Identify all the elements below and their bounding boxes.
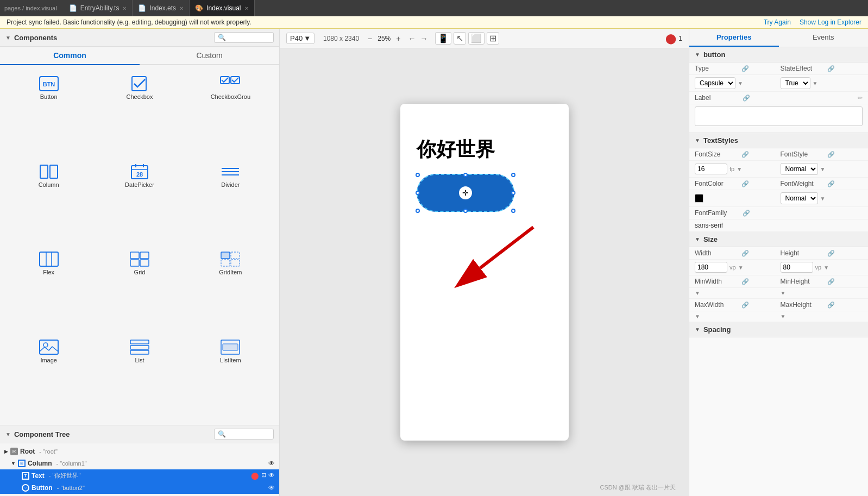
state-effect-select[interactable]: True — [781, 77, 810, 89]
fontstyle-link-icon[interactable]: 🔗 — [827, 151, 835, 158]
comp-listitem[interactable]: ListItem — [186, 334, 275, 420]
comp-flex[interactable]: Flex — [4, 246, 93, 332]
tree-item-button[interactable]: ○ Button - "button2" 👁 — [0, 482, 279, 494]
fontcolor-swatch[interactable] — [695, 194, 703, 203]
mobile-view-button[interactable]: 📱 — [435, 32, 451, 45]
fontweight-select[interactable]: Normal — [781, 192, 818, 204]
label-edit-area — [689, 104, 868, 133]
handle-r[interactable] — [511, 191, 515, 195]
fontstyle-select[interactable]: Normal — [781, 163, 818, 175]
canvas-area[interactable]: 你好世界 ✛ — [280, 48, 689, 496]
handle-br[interactable] — [511, 209, 515, 213]
tree-item-text[interactable]: T Text - "你好世界" ⬤ ⊡ 👁 — [0, 469, 279, 482]
height-input[interactable] — [781, 262, 813, 273]
minheight-link-icon[interactable]: 🔗 — [827, 278, 835, 285]
handle-bl[interactable] — [416, 209, 420, 213]
tab-properties[interactable]: Properties — [689, 29, 779, 47]
minwidth-link-icon[interactable]: 🔗 — [741, 278, 749, 285]
comp-image-label: Image — [40, 357, 57, 363]
components-collapse-icon[interactable]: ▼ — [5, 35, 11, 41]
minheight-chevron: ▼ — [781, 290, 786, 296]
fontsize-link-icon[interactable]: 🔗 — [741, 151, 749, 158]
device-selector[interactable]: P40 ▼ — [286, 33, 315, 44]
redo-button[interactable]: → — [419, 33, 429, 44]
tree-text-visibility-icon[interactable]: 👁 — [268, 472, 275, 480]
watermark: CSDN @跟 耿瑞 卷出一片天 — [600, 484, 676, 492]
fontfamily-link-icon[interactable]: 🔗 — [743, 210, 750, 217]
prop-fontsize-label-area: FontSize 🔗 — [695, 150, 777, 158]
comp-griditem[interactable]: GridItem — [186, 246, 275, 332]
comp-checkboxgroup[interactable]: CheckboxGrou — [186, 71, 275, 156]
tab-close-icon[interactable]: ✕ — [244, 5, 249, 11]
frame-button[interactable]: ⬜ — [468, 32, 485, 45]
button-section-collapse-icon[interactable]: ▼ — [695, 52, 700, 58]
width-link-icon[interactable]: 🔗 — [741, 250, 749, 257]
tab-index-visual[interactable]: 🎨 Index.visual ✕ — [190, 0, 254, 16]
label-link-icon[interactable]: 🔗 — [743, 95, 750, 102]
maxwidth-link-icon[interactable]: 🔗 — [741, 302, 749, 309]
tab-entry-ability[interactable]: 📄 EntryAbility.ts ✕ — [64, 0, 133, 16]
tree-collapse-icon[interactable]: ▼ — [5, 431, 11, 437]
tab-common[interactable]: Common — [0, 47, 140, 65]
width-input[interactable] — [695, 262, 727, 273]
comp-button[interactable]: BTN Button — [4, 71, 93, 156]
tree-button-visibility-icon[interactable]: 👁 — [268, 484, 275, 492]
cursor-button[interactable]: ↖ — [454, 32, 466, 45]
comp-column[interactable]: Column — [4, 159, 93, 244]
comp-flex-label: Flex — [43, 269, 54, 275]
textstyles-collapse-icon[interactable]: ▼ — [695, 137, 700, 143]
tree-search-input[interactable] — [214, 429, 274, 440]
type-select[interactable]: Capsule — [695, 77, 735, 89]
tree-column-visibility-icon[interactable]: 👁 — [268, 460, 275, 467]
tab-close-icon[interactable]: ✕ — [179, 5, 184, 11]
label-edit-icon[interactable]: ✏ — [858, 95, 863, 102]
comp-divider[interactable]: Divider — [186, 159, 275, 244]
comp-grid[interactable]: Grid — [95, 246, 184, 332]
spacing-title: Spacing — [703, 325, 731, 334]
comp-datepicker[interactable]: 28 DatePicker — [95, 159, 184, 244]
undo-button[interactable]: ← — [407, 33, 417, 44]
comp-image[interactable]: Image — [4, 334, 93, 420]
spacing-collapse-icon[interactable]: ▼ — [695, 327, 700, 332]
handle-t[interactable] — [463, 173, 468, 177]
handle-l[interactable] — [416, 191, 420, 195]
move-handle[interactable]: ✛ — [459, 186, 472, 199]
tree-body: ▶ R Root - "root" ▼ ⊞ Column - "column1"… — [0, 443, 279, 496]
handle-tl[interactable] — [416, 173, 420, 177]
try-again-link[interactable]: Try Again — [764, 18, 791, 26]
height-link-icon[interactable]: 🔗 — [827, 250, 835, 257]
maxheight-link-icon[interactable]: 🔗 — [827, 302, 835, 309]
tab-events[interactable]: Events — [779, 29, 869, 47]
fontcolor-link-icon[interactable]: 🔗 — [741, 180, 749, 187]
comp-button-label: Button — [40, 93, 58, 100]
svg-rect-21 — [140, 260, 149, 266]
tree-item-root[interactable]: ▶ R Root - "root" — [0, 445, 279, 457]
warning-message: Project sync failed. Basic functionality… — [7, 18, 251, 26]
prop-fontweight-label-area: FontWeight 🔗 — [781, 180, 863, 187]
fontsize-input[interactable] — [695, 164, 727, 174]
fontweight-link-icon[interactable]: 🔗 — [827, 180, 835, 187]
tree-item-column[interactable]: ▼ ⊞ Column - "column1" 👁 — [0, 457, 279, 469]
zoom-out-button[interactable]: − — [368, 34, 372, 43]
prop-state-effect-value-area: True ▼ — [781, 77, 863, 89]
prop-minheight-label-area: MinHeight 🔗 — [781, 278, 863, 285]
handle-tr[interactable] — [511, 173, 515, 177]
label-textarea[interactable] — [695, 106, 863, 126]
components-search-input[interactable] — [214, 32, 274, 43]
comp-checkbox[interactable]: Checkbox — [95, 71, 184, 156]
size-collapse-icon[interactable]: ▼ — [695, 236, 700, 242]
layout-button[interactable]: ⊞ — [487, 32, 499, 45]
zoom-in-button[interactable]: + — [396, 34, 400, 43]
selected-button[interactable]: ✛ — [417, 174, 514, 212]
type-link-icon[interactable]: 🔗 — [741, 65, 749, 72]
tree-text-copy-icon[interactable]: ⊡ — [261, 472, 266, 480]
tab-close-icon[interactable]: ✕ — [122, 5, 127, 11]
handle-b[interactable] — [463, 209, 468, 213]
tab-custom[interactable]: Custom — [140, 47, 279, 64]
tab-index-ets[interactable]: 📄 Index.ets ✕ — [133, 0, 190, 16]
state-effect-link-icon[interactable]: 🔗 — [827, 65, 835, 72]
fontfamily-label: FontFamily — [695, 209, 738, 217]
prop-section-textstyles: ▼ TextStyles FontSize 🔗 FontStyle 🔗 fp — [689, 133, 868, 232]
show-log-link[interactable]: Show Log in Explorer — [800, 18, 861, 26]
comp-list[interactable]: List — [95, 334, 184, 420]
